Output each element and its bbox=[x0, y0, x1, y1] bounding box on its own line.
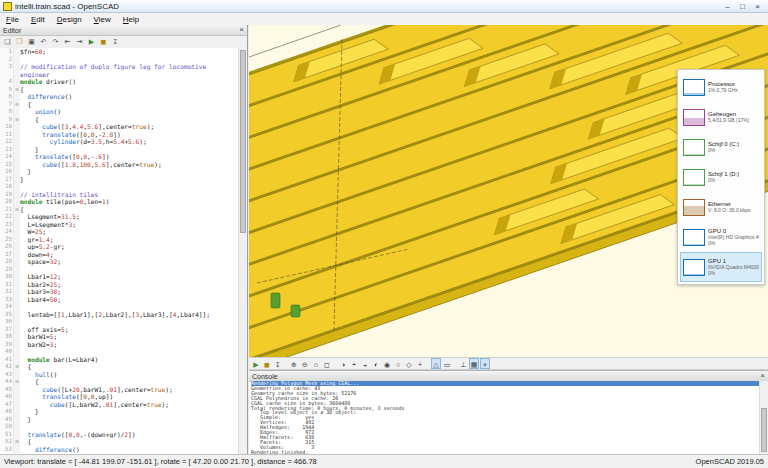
indent-icon[interactable]: ⇥ bbox=[74, 37, 85, 47]
line-number: 43 bbox=[0, 371, 14, 379]
console-scrollbar[interactable] bbox=[759, 381, 768, 454]
perf-item-gpu-0[interactable]: GPU 0Intel(R) HD Graphics 46000% bbox=[680, 222, 762, 252]
close-button[interactable]: × bbox=[750, 1, 765, 12]
code-text: off_axis=5; bbox=[20, 326, 239, 334]
console-close-icon[interactable]: × bbox=[760, 372, 765, 380]
view-left-button[interactable]: ◐ bbox=[371, 358, 381, 369]
line-number: 17 bbox=[0, 176, 14, 184]
code-line: 22 Lsegment=31.5; bbox=[0, 213, 239, 221]
line-number: 31 bbox=[0, 281, 14, 289]
code-text: barW1=5; bbox=[20, 333, 239, 341]
code-text: module bar(L=Lbar4) bbox=[20, 356, 239, 364]
code-text: Lbar4=50; bbox=[20, 296, 239, 304]
menu-design[interactable]: Design bbox=[51, 15, 88, 24]
view-back-button[interactable]: ○ bbox=[393, 358, 403, 369]
graph-fill bbox=[684, 118, 704, 125]
export-stl-button[interactable]: ↧ bbox=[273, 358, 283, 369]
minimize-button[interactable]: – bbox=[720, 1, 735, 12]
code-text bbox=[20, 56, 239, 64]
view-bottom-button[interactable]: ◒ bbox=[360, 358, 370, 369]
model-green-part bbox=[291, 305, 300, 317]
console-scrollbar-thumb[interactable] bbox=[761, 408, 767, 452]
code-line: 25 gr=1.4; bbox=[0, 236, 239, 244]
code-text: { bbox=[20, 438, 239, 446]
perf-item-gpu-1[interactable]: GPU 1NVIDIA Quadro M40000% bbox=[680, 252, 762, 282]
render-icon[interactable]: ◼ bbox=[98, 37, 109, 47]
perspective-button[interactable]: △ bbox=[431, 358, 441, 369]
console-output: Rendering Polygon Mesh using CGAL...Geom… bbox=[249, 381, 760, 454]
performance-overlay: Processor1% 0,79 GHzGeheugen5,4/31,9 GB … bbox=[677, 69, 765, 285]
line-number: 14 bbox=[0, 153, 14, 161]
code-line: 34 bbox=[0, 303, 239, 311]
editor-scrollbar[interactable] bbox=[238, 48, 247, 454]
new-icon[interactable]: ❏ bbox=[2, 37, 13, 47]
perf-item-memory[interactable]: Geheugen5,4/31,9 GB (17%) bbox=[680, 102, 762, 132]
code-text: space=32; bbox=[20, 258, 239, 266]
show-edges-button[interactable]: ▦ bbox=[469, 358, 479, 369]
line-number: 35 bbox=[0, 311, 14, 319]
preview-button[interactable]: ▶ bbox=[251, 358, 261, 369]
code-line: 12 cylinder(d=3.5,h=5.4+5.6); bbox=[0, 138, 239, 146]
code-text: { bbox=[20, 116, 239, 124]
preview-icon[interactable]: ▶ bbox=[86, 37, 97, 47]
unindent-icon[interactable]: ⇤ bbox=[62, 37, 73, 47]
maximize-button[interactable]: □ bbox=[735, 1, 750, 12]
viewport-3d[interactable]: Processor1% 0,79 GHzGeheugen5,4/31,9 GB … bbox=[249, 25, 768, 357]
view-right-button[interactable]: ◑ bbox=[338, 358, 348, 369]
menu-edit[interactable]: Edit bbox=[25, 15, 51, 24]
perf-item-disk-0[interactable]: Schijf 0 (C:)0% bbox=[680, 132, 762, 162]
view-front-button[interactable]: ◉ bbox=[382, 358, 392, 369]
line-number: 1 bbox=[0, 48, 14, 56]
code-line: 46 translate([0,0,up]) bbox=[0, 393, 239, 401]
perf-item-value: V: 8,0 O: 36,0 kbps bbox=[708, 207, 751, 213]
show-scale-button[interactable]: ⊥ bbox=[458, 358, 468, 369]
code-text: } bbox=[20, 146, 239, 154]
menu-help[interactable]: Help bbox=[117, 15, 145, 24]
code-text: { bbox=[20, 363, 239, 371]
perf-item-ethernet[interactable]: EthernetV: 8,0 O: 36,0 kbps bbox=[680, 192, 762, 222]
line-number: 51 bbox=[0, 431, 14, 439]
editor-scrollbar-thumb[interactable] bbox=[240, 50, 246, 233]
zoom-out-button[interactable]: ⊖ bbox=[300, 358, 310, 369]
perf-item-disk-1[interactable]: Schijf 1 (D:)0% bbox=[680, 162, 762, 192]
open-icon[interactable]: ❒ bbox=[14, 37, 25, 47]
line-number: 13 bbox=[0, 146, 14, 154]
code-text: cube([L,barW2,.01],center=true); bbox=[20, 401, 239, 409]
redo-icon[interactable]: ↷ bbox=[50, 37, 61, 47]
line-number: 41 bbox=[0, 356, 14, 364]
line-number: 11 bbox=[0, 131, 14, 139]
line-number: 23 bbox=[0, 221, 14, 229]
render-button[interactable]: ◼ bbox=[262, 358, 272, 369]
view-center-button[interactable]: + bbox=[415, 358, 425, 369]
view-diagonal-button[interactable]: ◇ bbox=[404, 358, 414, 369]
status-bar: Viewport: translate = [ -44.81 199.07 -1… bbox=[0, 454, 768, 468]
zoom-all-button[interactable]: ◻ bbox=[322, 358, 332, 369]
line-number: 30 bbox=[0, 273, 14, 281]
undo-icon[interactable]: ↶ bbox=[38, 37, 49, 47]
title-bar: intelli.train.scad - OpenSCAD – □ × bbox=[0, 0, 768, 13]
menu-file[interactable]: File bbox=[0, 15, 25, 24]
code-editor[interactable]: 1$fn=60;23// modification of duplo figur… bbox=[0, 48, 239, 454]
code-text: Lsegment=31.5; bbox=[20, 213, 239, 221]
editor-close-icon[interactable]: × bbox=[239, 26, 244, 34]
code-text: } bbox=[20, 176, 239, 184]
code-line: 13 } bbox=[0, 146, 239, 154]
code-line: 1$fn=60; bbox=[0, 48, 239, 56]
code-text: } bbox=[20, 168, 239, 176]
reset-view-button[interactable]: ⌂ bbox=[311, 358, 321, 369]
code-line: 18 bbox=[0, 183, 239, 191]
perf-item-text: GPU 0Intel(R) HD Graphics 46000% bbox=[708, 228, 759, 247]
line-number: 32 bbox=[0, 288, 14, 296]
export-icon[interactable]: ↧ bbox=[110, 37, 121, 47]
console-dock-title: Console bbox=[252, 373, 278, 380]
code-text: { bbox=[20, 378, 239, 386]
orthogonal-button[interactable]: ▭ bbox=[442, 358, 452, 369]
save-icon[interactable]: ▣ bbox=[26, 37, 37, 47]
view-top-button[interactable]: ◓ bbox=[349, 358, 359, 369]
show-axes-button[interactable]: ⌖ bbox=[480, 358, 490, 369]
zoom-in-button[interactable]: ⊕ bbox=[289, 358, 299, 369]
menu-view[interactable]: View bbox=[88, 15, 117, 24]
perf-item-processor[interactable]: Processor1% 0,79 GHz bbox=[680, 72, 762, 102]
code-line: 9⊟ { bbox=[0, 116, 239, 124]
code-line: 11 translate([0,0,-2.8]) bbox=[0, 131, 239, 139]
